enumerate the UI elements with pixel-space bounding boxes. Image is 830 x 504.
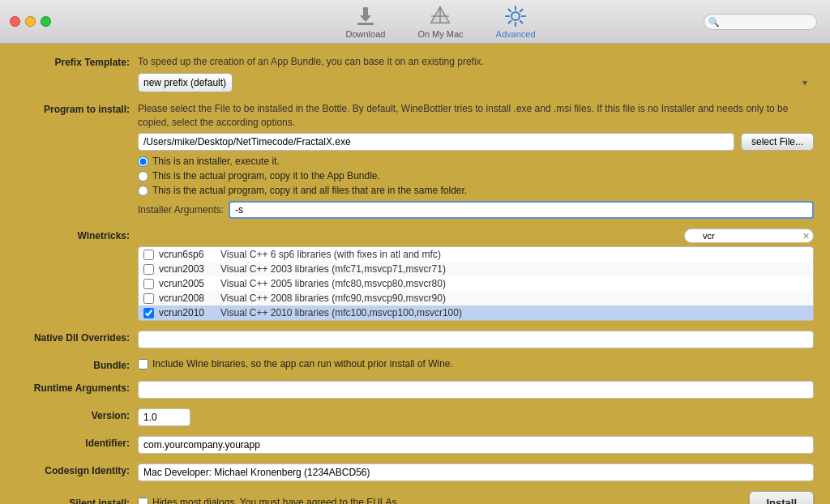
search-icon: 🔍 <box>708 16 720 27</box>
tab-download[interactable]: Download <box>345 5 385 39</box>
tab-onmymac-label: On My Mac <box>417 29 463 39</box>
silent-install-row: Silent install: Hides most dialogs. You … <box>16 491 814 504</box>
radio-group: This is an installer, execute it. This i… <box>138 156 814 196</box>
version-row: Version: <box>16 408 814 426</box>
search-box: 🔍 <box>704 14 817 30</box>
winetricks-content: 🔍 ✕ vcrun6sp6 Visual C++ 6 sp6 libraries… <box>138 229 814 321</box>
runtime-args-content <box>138 381 814 399</box>
prefix-template-row: Prefix Template: To speed up the creatio… <box>16 55 814 92</box>
svg-point-7 <box>511 12 520 20</box>
bundle-checkbox[interactable] <box>138 359 148 369</box>
program-install-desc: Please select the File to be installed i… <box>138 102 814 130</box>
list-item: vcrun2010 Visual C++ 2010 libraries (mfc… <box>139 305 813 320</box>
runtime-args-input[interactable] <box>138 381 814 399</box>
program-install-label: Program to install: <box>16 102 138 115</box>
bundle-row: Bundle: Include Wine binaries, so the ap… <box>16 358 814 371</box>
installer-args-label: Installer Arguments: <box>138 204 224 216</box>
main-content: Prefix Template: To speed up the creatio… <box>0 44 830 504</box>
version-input[interactable] <box>138 408 190 426</box>
identifier-label: Identifier: <box>16 436 138 449</box>
install-button[interactable]: Install <box>749 491 814 504</box>
titlebar: Download On My Mac <box>0 0 830 44</box>
svg-line-13 <box>520 20 523 23</box>
radio-copy-label: This is the actual program, copy it to t… <box>152 170 380 182</box>
winetricks-row: Winetricks: 🔍 ✕ vcrun6sp6 Visual C++ 6 s… <box>16 229 814 321</box>
radio-installer-input[interactable] <box>138 156 148 167</box>
wt-name-vcrun6sp6: vcrun6sp6 <box>159 249 216 260</box>
radio-copy-all-input[interactable] <box>138 186 148 196</box>
program-install-row: Program to install: Please select the Fi… <box>16 102 814 220</box>
close-button[interactable] <box>10 16 20 27</box>
wt-checkbox-vcrun6sp6[interactable] <box>143 250 154 260</box>
winetricks-search-wrapper: 🔍 ✕ <box>684 229 814 243</box>
prefix-template-select[interactable]: new prefix (default) <box>138 73 233 92</box>
radio-installer-label: This is an installer, execute it. <box>152 156 280 167</box>
winetricks-label: Winetricks: <box>16 229 138 241</box>
silent-install-checkbox[interactable] <box>138 498 148 504</box>
identifier-row: Identifier: <box>16 436 814 454</box>
prefix-template-desc: To speed up the creation of an App Bundl… <box>138 55 814 69</box>
radio-installer[interactable]: This is an installer, execute it. <box>138 156 814 167</box>
svg-rect-2 <box>357 23 374 25</box>
installer-args-row: Installer Arguments: <box>138 201 814 219</box>
silent-install-label: Silent install: <box>16 496 138 504</box>
svg-line-12 <box>509 9 511 11</box>
wt-checkbox-vcrun2003[interactable] <box>143 264 154 275</box>
wt-name-vcrun2005: vcrun2005 <box>159 278 216 289</box>
wt-checkbox-vcrun2008[interactable] <box>143 293 154 304</box>
codesign-input[interactable] <box>138 463 814 481</box>
program-install-content: Please select the File to be installed i… <box>138 102 814 220</box>
silent-install-content: Hides most dialogs. You must have agreed… <box>138 491 814 504</box>
window-buttons <box>10 16 51 27</box>
tab-advanced-label: Advanced <box>496 29 536 39</box>
advanced-icon <box>504 5 527 28</box>
codesign-row: Codesign Identity: <box>16 463 814 481</box>
minimize-button[interactable] <box>25 16 36 27</box>
winetricks-search-clear[interactable]: ✕ <box>802 231 810 241</box>
maximize-button[interactable] <box>41 16 51 27</box>
file-path-row: select File... <box>138 133 814 151</box>
prefix-template-label: Prefix Template: <box>16 55 138 68</box>
wt-name-vcrun2008: vcrun2008 <box>159 293 216 304</box>
tab-advanced[interactable]: Advanced <box>496 5 536 39</box>
silent-install-checkbox-label: Hides most dialogs. You must have agreed… <box>152 497 400 504</box>
list-item: vcrun2003 Visual C++ 2003 libraries (mfc… <box>139 262 813 276</box>
svg-marker-1 <box>360 15 371 22</box>
wt-desc-vcrun6sp6: Visual C++ 6 sp6 libraries (with fixes i… <box>220 249 441 260</box>
winetricks-search-input[interactable] <box>684 229 814 243</box>
version-content <box>138 408 814 426</box>
select-file-button[interactable]: select File... <box>741 133 814 151</box>
native-dll-row: Native Dll Overrides: <box>16 331 814 348</box>
wt-name-vcrun2003: vcrun2003 <box>159 263 216 275</box>
wt-checkbox-vcrun2010[interactable] <box>143 308 154 318</box>
identifier-input[interactable] <box>138 436 814 454</box>
tab-onmymac[interactable]: On My Mac <box>417 5 463 39</box>
radio-copy[interactable]: This is the actual program, copy it to t… <box>138 170 814 182</box>
native-dll-input[interactable] <box>138 331 814 348</box>
download-icon <box>354 5 377 28</box>
bundle-label: Bundle: <box>16 358 138 371</box>
wt-desc-vcrun2008: Visual C++ 2008 libraries (mfc90,msvcp90… <box>220 293 446 304</box>
search-input[interactable] <box>704 14 817 30</box>
radio-copy-all-label: This is the actual program, copy it and … <box>152 185 467 196</box>
runtime-args-row: Runtime Arguments: <box>16 381 814 399</box>
svg-line-14 <box>520 9 523 11</box>
native-dll-label: Native Dll Overrides: <box>16 331 138 344</box>
radio-copy-all[interactable]: This is the actual program, copy it and … <box>138 185 814 196</box>
svg-line-15 <box>509 20 511 23</box>
prefix-template-select-wrapper: new prefix (default) <box>138 73 814 92</box>
tab-download-label: Download <box>345 29 385 39</box>
file-path-input[interactable] <box>138 133 734 151</box>
radio-copy-input[interactable] <box>138 171 148 182</box>
wt-checkbox-vcrun2005[interactable] <box>143 279 154 289</box>
winetricks-list: vcrun6sp6 Visual C++ 6 sp6 libraries (wi… <box>138 246 814 321</box>
native-dll-content <box>138 331 814 348</box>
wt-name-vcrun2010: vcrun2010 <box>159 307 216 318</box>
runtime-args-label: Runtime Arguments: <box>16 381 138 394</box>
version-label: Version: <box>16 408 138 421</box>
wt-desc-vcrun2005: Visual C++ 2005 libraries (mfc80,msvcp80… <box>220 278 446 289</box>
codesign-content <box>138 463 814 481</box>
bundle-checkbox-label: Include Wine binaries, so the app can ru… <box>152 358 453 369</box>
bundle-content: Include Wine binaries, so the app can ru… <box>138 358 814 369</box>
installer-args-input[interactable] <box>229 201 814 219</box>
